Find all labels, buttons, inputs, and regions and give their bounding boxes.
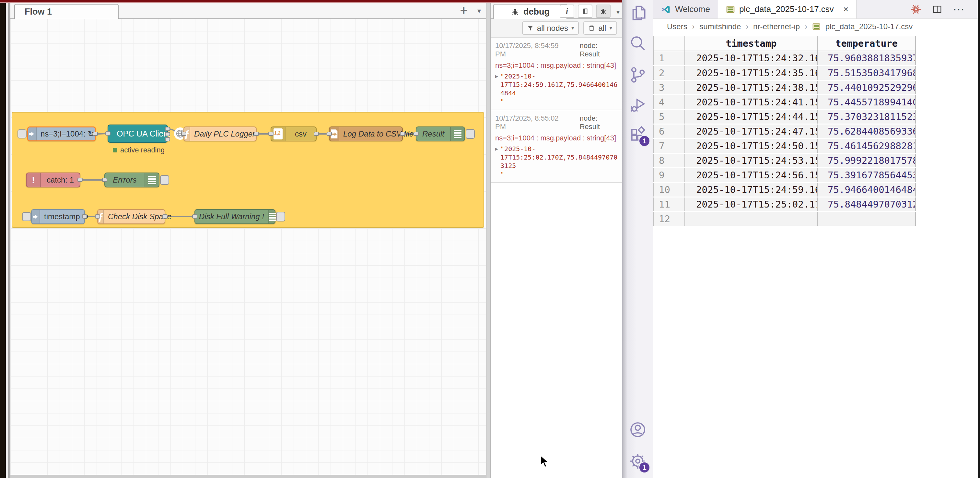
flow-tabs-menu-button[interactable]: ▾ (477, 7, 481, 15)
node-port[interactable] (165, 137, 170, 142)
node-port[interactable] (93, 132, 98, 136)
timestamp-cell[interactable]: 2025-10-17T15:24:38.153Z (685, 80, 818, 95)
timestamp-header[interactable]: timestamp (685, 36, 818, 51)
inject-trigger-button[interactable] (22, 212, 31, 221)
debug-message-payload[interactable]: "2025-10- 17T15:25:02.170Z,75.8484497070… (500, 145, 617, 178)
debug-messages-button[interactable] (596, 5, 611, 18)
starburst-icon[interactable] (910, 3, 922, 15)
tab-welcome[interactable]: Welcome (653, 0, 718, 19)
node-catch[interactable]: ! catch: 1 (26, 172, 80, 188)
inject-trigger-button[interactable] (18, 129, 27, 139)
node-port[interactable] (165, 132, 170, 136)
row-number-cell[interactable]: 8 (654, 153, 685, 168)
split-editor-button[interactable] (932, 4, 942, 14)
close-tab-button[interactable]: × (843, 4, 848, 14)
sidebar-menu-button[interactable]: ▾ (616, 8, 620, 16)
debug-toggle-button[interactable] (466, 129, 475, 139)
temperature-cell[interactable] (818, 212, 915, 226)
timestamp-cell[interactable]: 2025-10-17T15:24:35.163Z (685, 65, 818, 80)
node-port[interactable] (105, 131, 110, 135)
sidebar-item-settings[interactable]: 1 (622, 446, 653, 476)
temperature-cell[interactable]: 75.84844970703125 (818, 197, 915, 212)
temperature-cell[interactable]: 75.44010925292969 (818, 80, 915, 95)
node-port[interactable] (400, 132, 405, 136)
row-number-cell[interactable]: 1 (654, 51, 685, 65)
timestamp-cell[interactable]: 2025-10-17T15:25:02.170Z (685, 197, 818, 212)
breadcrumb-item[interactable]: plc_data_2025-10-17.csv (826, 22, 913, 31)
timestamp-cell[interactable]: 2025-10-17T15:24:47.155Z (685, 124, 818, 139)
node-port[interactable] (82, 214, 87, 218)
row-number-cell[interactable]: 11 (654, 197, 685, 212)
node-port[interactable] (192, 214, 197, 218)
temperature-cell[interactable]: 75.51535034179688 (818, 65, 915, 80)
expand-icon[interactable]: ▸ (495, 145, 498, 178)
clear-messages-button[interactable]: all ▾ (583, 21, 617, 35)
row-number-cell[interactable]: 6 (654, 124, 685, 139)
tab-flow-1[interactable]: Flow 1 (14, 4, 119, 19)
debug-message-payload[interactable]: "2025-10- 17T15:24:59.161Z,75.9466400146… (500, 72, 617, 106)
row-number-cell[interactable]: 7 (654, 139, 685, 153)
breadcrumb-item[interactable]: Users (667, 22, 687, 31)
sidebar-item-extensions[interactable]: 1 (622, 120, 653, 150)
temperature-cell[interactable]: 75.44557189941406 (818, 95, 915, 109)
debug-toggle-button[interactable] (276, 212, 285, 221)
row-number-cell[interactable]: 9 (654, 168, 685, 182)
tab-debug[interactable]: debug (493, 4, 567, 19)
timestamp-cell[interactable]: 2025-10-17T15:24:41.155Z (685, 95, 818, 109)
more-actions-button[interactable]: ⋯ (953, 3, 965, 16)
temperature-cell[interactable]: 75.37032318115234 (818, 109, 915, 124)
timestamp-cell[interactable]: 2025-10-17T15:24:44.152Z (685, 109, 818, 124)
timestamp-cell[interactable] (685, 212, 818, 226)
sidebar-item-source-control[interactable] (622, 60, 653, 90)
sidebar-item-explorer[interactable] (622, 0, 653, 28)
node-debug-disk-full[interactable]: Disk Full Warning ! (194, 209, 275, 224)
flow-canvas[interactable]: ns=3;i=1004: ↻ OPC UA Client active read… (10, 19, 486, 475)
timestamp-cell[interactable]: 2025-10-17T15:24:59.161Z (685, 182, 818, 197)
temperature-cell[interactable]: 75.96038818359375 (818, 51, 915, 65)
breadcrumb-item[interactable]: sumitshinde (699, 22, 741, 31)
temperature-cell[interactable]: 75.46145629882812 (818, 139, 915, 153)
node-inject-timestamp[interactable]: timestamp ↻ (31, 209, 85, 224)
breadcrumb-item[interactable]: nr-ethernet-ip (753, 22, 800, 31)
timestamp-cell[interactable]: 2025-10-17T15:24:56.158Z (685, 168, 818, 182)
canvas-horizontal-scrollbar[interactable] (10, 475, 486, 478)
tab-csv-file[interactable]: plc_data_2025-10-17.csv × (718, 0, 856, 19)
node-debug-errors[interactable]: Errrors (104, 172, 159, 188)
node-debug-result[interactable]: Result (416, 126, 465, 142)
node-port[interactable] (314, 132, 319, 136)
node-csv[interactable]: 1,2 csv (270, 126, 317, 142)
help-button[interactable] (578, 5, 592, 18)
temperature-cell[interactable]: 75.94664001464844 (818, 182, 915, 197)
node-port[interactable] (254, 132, 259, 136)
node-port[interactable] (102, 178, 107, 182)
timestamp-cell[interactable]: 2025-10-17T15:24:50.157Z (685, 139, 818, 153)
node-port[interactable] (162, 214, 167, 218)
filter-nodes-button[interactable]: all nodes ▾ (522, 21, 579, 35)
timestamp-cell[interactable]: 2025-10-17T15:24:32.163Z (685, 51, 818, 65)
temperature-cell[interactable]: 75.6284408569336 (818, 124, 915, 139)
sidebar-item-account[interactable] (622, 415, 653, 445)
node-opcua-client[interactable]: OPC UA Client (108, 124, 168, 143)
row-number-cell[interactable]: 3 (654, 80, 685, 95)
node-port[interactable] (414, 132, 419, 136)
canvas-vertical-scrollbar[interactable] (486, 3, 490, 478)
expand-icon[interactable]: ▸ (495, 72, 498, 106)
row-number-cell[interactable]: 4 (654, 95, 685, 109)
node-port[interactable] (181, 132, 186, 136)
node-check-disk-space[interactable]: ƒ Check Disk Space (97, 209, 165, 224)
row-number-cell[interactable]: 2 (654, 65, 685, 80)
temperature-cell[interactable]: 75.99922180175781 (818, 153, 915, 168)
node-port[interactable] (78, 178, 83, 182)
temperature-cell[interactable]: 75.39167785644531 (818, 168, 915, 182)
node-port[interactable] (165, 127, 170, 131)
debug-toggle-button[interactable] (160, 175, 169, 185)
node-port[interactable] (268, 132, 274, 136)
node-file-write[interactable]: Log Data to CSV file (329, 126, 403, 142)
row-number-cell[interactable]: 12 (654, 212, 685, 226)
node-inject-plc[interactable]: ns=3;i=1004: ↻ (27, 126, 96, 142)
node-daily-plc-logger[interactable]: ƒ Daily PLC Logger (183, 126, 257, 142)
add-flow-button[interactable]: + (460, 3, 467, 18)
temperature-header[interactable]: temperature (818, 36, 915, 51)
palette-divider[interactable] (8, 3, 10, 478)
node-port[interactable] (327, 132, 332, 136)
